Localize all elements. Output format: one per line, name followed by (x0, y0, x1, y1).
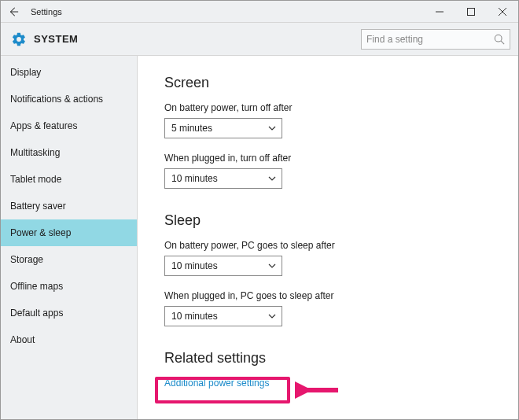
svg-line-5 (501, 41, 504, 44)
sidebar-item-label: About (10, 334, 35, 345)
sleep-plugged-label: When plugged in, PC goes to sleep after (164, 290, 510, 301)
sidebar-item-display[interactable]: Display (1, 59, 137, 86)
sidebar-item-about[interactable]: About (1, 326, 137, 353)
gear-icon (10, 31, 28, 48)
sidebar-item-power-sleep[interactable]: Power & sleep (1, 219, 137, 246)
sidebar-item-label: Offline maps (10, 281, 63, 292)
sidebar-item-label: Multitasking (10, 147, 60, 158)
back-arrow-icon (8, 6, 19, 17)
main-content: Screen On battery power, turn off after … (138, 56, 518, 419)
sidebar-item-notifications[interactable]: Notifications & actions (1, 86, 137, 112)
sidebar-item-offline-maps[interactable]: Offline maps (1, 273, 137, 300)
close-icon (499, 8, 506, 16)
body: Display Notifications & actions Apps & f… (1, 56, 518, 419)
sidebar-item-apps[interactable]: Apps & features (1, 112, 137, 139)
sidebar-item-storage[interactable]: Storage (1, 246, 137, 273)
related-section-title: Related settings (164, 350, 510, 367)
select-value: 10 minutes (171, 173, 218, 184)
search-icon (494, 34, 505, 45)
window-title: Settings (26, 7, 62, 17)
additional-power-settings-link[interactable]: Additional power settings (164, 378, 269, 389)
sleep-battery-select[interactable]: 10 minutes (164, 256, 282, 276)
settings-window: Settings SYSTEM Display Notifications & … (0, 0, 519, 420)
minimize-button[interactable] (424, 1, 455, 23)
sidebar-item-label: Notifications & actions (10, 94, 103, 105)
screen-plugged-select[interactable]: 10 minutes (164, 168, 282, 189)
svg-point-4 (495, 35, 502, 42)
sidebar-item-battery-saver[interactable]: Battery saver (1, 193, 137, 219)
annotation-arrow-icon (295, 378, 342, 402)
svg-rect-1 (468, 8, 475, 15)
sidebar-item-multitasking[interactable]: Multitasking (1, 139, 137, 166)
chevron-down-icon (267, 174, 277, 183)
select-value: 10 minutes (171, 260, 218, 271)
maximize-button[interactable] (455, 1, 487, 23)
sidebar: Display Notifications & actions Apps & f… (1, 56, 138, 419)
screen-section-title: Screen (164, 75, 510, 91)
search-box[interactable] (361, 29, 510, 50)
sidebar-item-label: Apps & features (10, 120, 77, 131)
select-value: 5 minutes (171, 123, 212, 134)
category-title: SYSTEM (34, 33, 78, 45)
sidebar-item-label: Storage (10, 254, 43, 265)
maximize-icon (467, 8, 475, 16)
search-input[interactable] (366, 34, 494, 45)
screen-battery-label: On battery power, turn off after (164, 102, 510, 113)
close-button[interactable] (487, 1, 518, 23)
chevron-down-icon (267, 123, 277, 133)
sleep-plugged-select[interactable]: 10 minutes (164, 306, 282, 326)
sleep-battery-label: On battery power, PC goes to sleep after (164, 240, 510, 251)
chevron-down-icon (267, 261, 277, 271)
select-value: 10 minutes (171, 311, 218, 322)
sidebar-item-label: Battery saver (10, 201, 66, 212)
titlebar: Settings (1, 1, 518, 23)
minimize-icon (436, 8, 444, 16)
sidebar-item-default-apps[interactable]: Default apps (1, 300, 137, 326)
sidebar-item-label: Tablet mode (10, 174, 61, 185)
chevron-down-icon (267, 311, 277, 321)
sidebar-item-label: Display (10, 67, 41, 78)
sleep-section-title: Sleep (164, 212, 510, 229)
sidebar-item-tablet-mode[interactable]: Tablet mode (1, 166, 137, 193)
screen-plugged-label: When plugged in, turn off after (164, 153, 510, 164)
sidebar-item-label: Default apps (10, 308, 63, 319)
sidebar-item-label: Power & sleep (10, 227, 71, 238)
screen-battery-select[interactable]: 5 minutes (164, 118, 282, 138)
header: SYSTEM (1, 23, 518, 56)
back-button[interactable] (1, 1, 26, 23)
